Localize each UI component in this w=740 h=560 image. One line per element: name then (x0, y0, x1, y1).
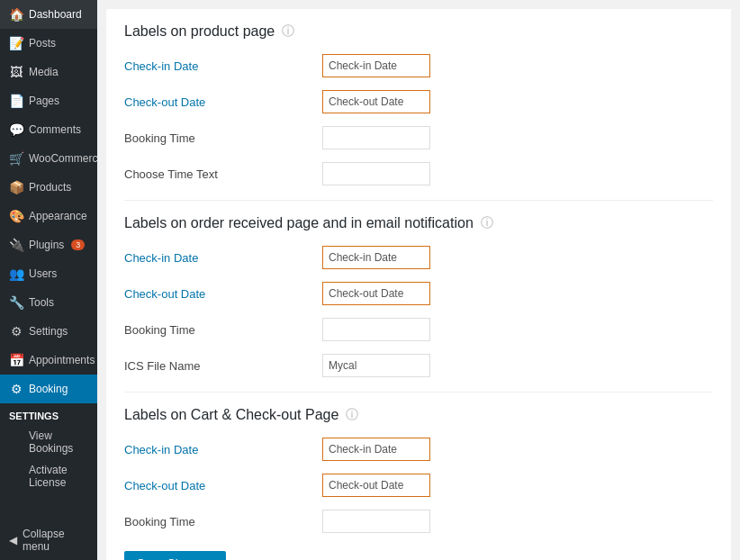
sidebar-label: Booking (29, 383, 68, 395)
form-row-checkout-3: Check-out Date (124, 474, 713, 497)
label-checkout-1: Check-out Date (124, 95, 322, 109)
sidebar-label: Posts (29, 37, 56, 50)
label-checkout-2: Check-out Date (124, 287, 322, 301)
settings-icon: ⚙ (9, 324, 23, 339)
plugins-badge: 3 (71, 239, 85, 250)
form-row-bookingtime-2: Booking Time (124, 318, 713, 341)
sidebar-item-products[interactable]: 📦 Products (0, 173, 97, 202)
label-choosetime-1: Choose Time Text (124, 167, 322, 181)
sidebar-item-tools[interactable]: 🔧 Tools (0, 288, 97, 317)
label-bookingtime-1: Booking Time (124, 131, 322, 145)
sidebar-item-media[interactable]: 🖼 Media (0, 58, 97, 86)
section-title-product-page: Labels on product page ⓘ (124, 23, 713, 40)
sidebar-section-settings: Settings (0, 403, 97, 425)
input-checkin-2[interactable] (322, 246, 430, 269)
section-title-order-page: Labels on order received page and in ema… (124, 215, 713, 231)
main-content: Labels on product page ⓘ Check-in Date C… (97, 0, 740, 560)
appearance-icon: 🎨 (9, 209, 23, 223)
save-changes-button[interactable]: Save Changes (124, 551, 226, 560)
collapse-menu-button[interactable]: ◀ Collapse menu (0, 520, 97, 560)
sidebar-item-woocommerce[interactable]: 🛒 WooCommerce (0, 144, 97, 173)
plugins-icon: 🔌 (9, 238, 23, 252)
label-bookingtime-2: Booking Time (124, 323, 322, 337)
input-checkin-3[interactable] (322, 438, 430, 461)
sidebar-item-booking[interactable]: ⚙ Booking (0, 375, 97, 403)
form-row-bookingtime-1: Booking Time (124, 126, 713, 149)
label-checkin-3: Check-in Date (124, 443, 322, 456)
help-icon-2[interactable]: ⓘ (481, 215, 493, 231)
pages-icon: 📄 (9, 94, 23, 108)
form-row-checkin-1: Check-in Date (124, 54, 713, 77)
input-icsfilename[interactable] (322, 354, 430, 377)
input-bookingtime-3[interactable] (322, 510, 430, 533)
sidebar-label: WooCommerce (29, 152, 97, 165)
posts-icon: 📝 (9, 36, 23, 50)
sidebar-sub-activate-license[interactable]: Activate License (0, 459, 97, 493)
appointments-icon: 📅 (9, 353, 23, 367)
sidebar-item-dashboard[interactable]: 🏠 Dashboard (0, 0, 97, 29)
users-icon: 👥 (9, 266, 23, 281)
sidebar-label: Users (29, 267, 57, 280)
content-area: Labels on product page ⓘ Check-in Date C… (106, 9, 731, 560)
sidebar-label: Appointments (29, 354, 95, 366)
input-choosetime-1[interactable] (322, 162, 430, 185)
sidebar-sub-view-bookings[interactable]: View Bookings (0, 425, 97, 459)
sidebar-label: Comments (29, 123, 81, 136)
sidebar-label: Settings (29, 325, 68, 338)
sidebar-label: Plugins (29, 239, 64, 251)
form-row-choosetime-1: Choose Time Text (124, 162, 713, 185)
input-checkout-2[interactable] (322, 282, 430, 305)
sidebar-label: Tools (29, 296, 54, 309)
sidebar-label: Media (29, 66, 59, 78)
products-icon: 📦 (9, 180, 23, 194)
sidebar-item-pages[interactable]: 📄 Pages (0, 86, 97, 115)
label-checkout-3: Check-out Date (124, 479, 322, 492)
collapse-icon: ◀ (9, 534, 17, 546)
sidebar-item-comments[interactable]: 💬 Comments (0, 115, 97, 144)
dashboard-icon: 🏠 (9, 7, 23, 22)
woocommerce-icon: 🛒 (9, 151, 23, 166)
label-checkin-1: Check-in Date (124, 59, 322, 73)
form-row-checkout-1: Check-out Date (124, 90, 713, 113)
sidebar-item-appointments[interactable]: 📅 Appointments (0, 346, 97, 375)
sidebar-label: Pages (29, 95, 59, 107)
label-bookingtime-3: Booking Time (124, 515, 322, 528)
sidebar-item-plugins[interactable]: 🔌 Plugins 3 (0, 230, 97, 259)
sidebar-item-appearance[interactable]: 🎨 Appearance (0, 202, 97, 230)
help-icon-3[interactable]: ⓘ (346, 407, 358, 423)
input-bookingtime-1[interactable] (322, 126, 430, 149)
input-checkin-1[interactable] (322, 54, 430, 77)
label-icsfilename: ICS File Name (124, 359, 322, 373)
input-checkout-3[interactable] (322, 474, 430, 497)
form-row-checkin-3: Check-in Date (124, 438, 713, 461)
sidebar-item-settings[interactable]: ⚙ Settings (0, 317, 97, 346)
media-icon: 🖼 (9, 65, 23, 79)
form-row-checkin-2: Check-in Date (124, 246, 713, 269)
tools-icon: 🔧 (9, 295, 23, 310)
form-row-checkout-2: Check-out Date (124, 282, 713, 305)
sidebar-label: Dashboard (29, 8, 82, 21)
section-title-cart-page: Labels on Cart & Check-out Page ⓘ (124, 407, 713, 423)
booking-icon: ⚙ (9, 382, 23, 396)
sidebar-item-posts[interactable]: 📝 Posts (0, 29, 97, 58)
comments-icon: 💬 (9, 122, 23, 137)
form-row-bookingtime-3: Booking Time (124, 510, 713, 533)
sidebar-item-users[interactable]: 👥 Users (0, 259, 97, 288)
label-checkin-2: Check-in Date (124, 251, 322, 265)
help-icon-1[interactable]: ⓘ (282, 23, 294, 40)
sidebar: 🏠 Dashboard 📝 Posts 🖼 Media 📄 Pages 💬 Co… (0, 0, 97, 560)
form-row-icsfilename: ICS File Name (124, 354, 713, 377)
sidebar-label: Products (29, 181, 71, 194)
collapse-label: Collapse menu (23, 528, 88, 553)
input-checkout-1[interactable] (322, 90, 430, 113)
input-bookingtime-2[interactable] (322, 318, 430, 341)
sidebar-label: Appearance (29, 210, 87, 222)
